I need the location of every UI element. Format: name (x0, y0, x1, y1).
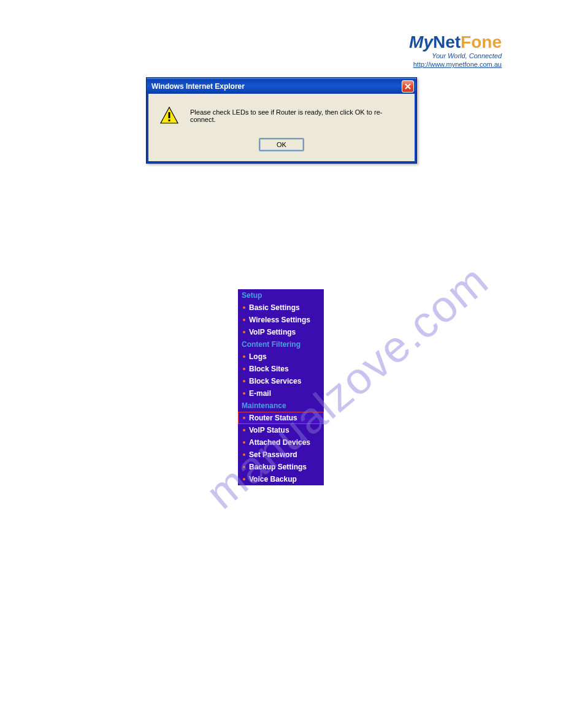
nav-item-label: Attached Devices (249, 438, 310, 447)
svg-rect-0 (169, 112, 170, 118)
logo-part-my: My (409, 32, 433, 51)
nav-item-voip-status[interactable]: VoIP Status (238, 424, 324, 436)
bullet-icon (243, 478, 245, 480)
nav-item-label: Block Services (249, 377, 301, 385)
close-icon (405, 83, 411, 89)
nav-item-label: Logs (249, 352, 267, 361)
nav-item-label: Backup Settings (249, 463, 307, 471)
brand-url-link[interactable]: http://www.mynetfone.com.au (409, 61, 502, 68)
svg-rect-1 (169, 119, 170, 121)
nav-item-label: Basic Settings (249, 303, 300, 312)
nav-item-label: Block Sites (249, 365, 289, 373)
nav-item-attached-devices[interactable]: Attached Devices (238, 436, 324, 449)
dialog-message: Please check LEDs to see if Router is re… (190, 108, 404, 123)
nav-item-voice-backup[interactable]: Voice Backup (238, 473, 324, 485)
dialog-button-row: OK (159, 138, 404, 151)
nav-item-wireless-settings[interactable]: Wireless Settings (238, 314, 324, 326)
bullet-icon (243, 331, 245, 333)
bullet-icon (243, 355, 245, 358)
close-button[interactable] (402, 80, 414, 93)
nav-item-e-mail[interactable]: E-mail (238, 387, 324, 400)
bullet-icon (243, 429, 245, 431)
nav-section-header: Setup (238, 289, 324, 301)
nav-item-label: VoIP Settings (249, 328, 296, 336)
nav-item-logs[interactable]: Logs (238, 351, 324, 363)
bullet-icon (243, 380, 245, 382)
nav-item-router-status[interactable]: Router Status (238, 412, 324, 424)
brand-tagline: Your World, Connected (409, 52, 502, 59)
nav-item-label: Voice Backup (249, 475, 297, 483)
bullet-icon (243, 306, 245, 309)
bullet-icon (243, 417, 245, 419)
nav-item-block-sites[interactable]: Block Sites (238, 363, 324, 375)
logo-part-net: Net (433, 32, 461, 51)
nav-item-basic-settings[interactable]: Basic Settings (238, 301, 324, 314)
dialog-content: Please check LEDs to see if Router is re… (159, 106, 404, 126)
nav-item-label: Router Status (249, 414, 297, 422)
logo-part-fone: Fone (461, 32, 502, 51)
nav-item-set-password[interactable]: Set Password (238, 449, 324, 461)
dialog-titlebar: Windows Internet Explorer (147, 78, 416, 94)
dialog-title: Windows Internet Explorer (151, 82, 245, 91)
nav-item-backup-settings[interactable]: Backup Settings (238, 461, 324, 473)
sidebar-nav-menu: SetupBasic SettingsWireless SettingsVoIP… (238, 289, 324, 485)
nav-item-label: Wireless Settings (249, 316, 310, 324)
bullet-icon (243, 319, 245, 321)
alert-dialog: Windows Internet Explorer Please check L… (146, 77, 417, 164)
ok-button[interactable]: OK (259, 138, 304, 151)
nav-item-block-services[interactable]: Block Services (238, 375, 324, 387)
nav-section-header: Content Filtering (238, 338, 324, 351)
nav-item-label: E-mail (249, 389, 271, 398)
bullet-icon (243, 441, 245, 444)
nav-section-header: Maintenance (238, 400, 324, 412)
warning-icon (159, 106, 179, 126)
nav-item-label: Set Password (249, 450, 297, 459)
dialog-body: Please check LEDs to see if Router is re… (147, 94, 416, 163)
bullet-icon (243, 466, 245, 468)
brand-logo-area: MyNetFone Your World, Connected http://w… (409, 34, 502, 68)
brand-logo: MyNetFone (409, 34, 502, 51)
bullet-icon (243, 392, 245, 395)
nav-item-label: VoIP Status (249, 426, 289, 434)
bullet-icon (243, 368, 245, 370)
nav-item-voip-settings[interactable]: VoIP Settings (238, 326, 324, 338)
bullet-icon (243, 453, 245, 456)
